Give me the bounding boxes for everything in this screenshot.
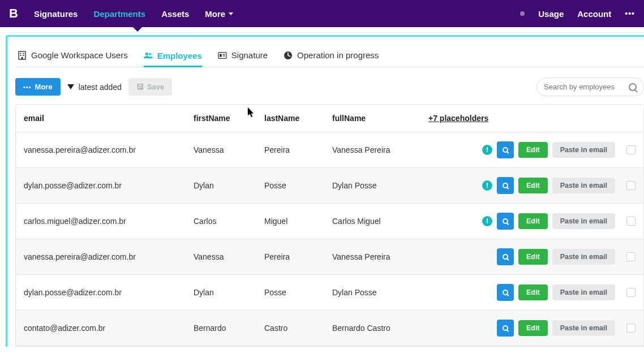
magnify-icon (503, 147, 508, 153)
inspect-button[interactable] (497, 213, 514, 230)
row-checkbox[interactable] (626, 252, 636, 261)
svg-rect-1 (20, 53, 22, 54)
row-actions: EditPaste in email (497, 248, 636, 265)
cell-email: vanessa.pereira@adizer.com.br (24, 145, 194, 154)
cell-firstname: Carlos (194, 217, 264, 226)
row-checkbox[interactable] (626, 288, 636, 297)
paste-email-button[interactable]: Paste in email (552, 142, 615, 158)
tab-signature[interactable]: Signature (218, 50, 268, 61)
magnify-icon (503, 183, 508, 188)
inspect-button[interactable] (497, 177, 514, 194)
search-input[interactable] (544, 83, 624, 91)
cell-email: contato@adizer.com.br (24, 324, 194, 333)
paste-email-button[interactable]: Paste in email (552, 320, 615, 336)
row-actions: !EditPaste in email (482, 213, 636, 230)
nav-departments[interactable]: Departments (93, 9, 145, 19)
sort-filter[interactable]: latest added (67, 83, 122, 92)
nav-right: Usage Account ••• (520, 9, 635, 19)
save-button-label: Save (147, 83, 164, 91)
tab-google-workspace-label: Google Workspace Users (31, 50, 128, 60)
edit-button[interactable]: Edit (518, 249, 548, 265)
nav-usage[interactable]: Usage (538, 9, 564, 19)
clock-icon (284, 51, 293, 60)
nav-more[interactable]: More (205, 9, 233, 19)
tab-google-workspace[interactable]: Google Workspace Users (18, 50, 128, 61)
cell-fullname: Vanessa Pereira (332, 252, 428, 261)
col-header-firstname[interactable]: firstName (194, 114, 264, 123)
cell-firstname: Vanessa (194, 145, 264, 154)
status-dot-icon (520, 11, 525, 16)
svg-rect-3 (20, 55, 22, 56)
paste-email-button[interactable]: Paste in email (552, 213, 615, 229)
svg-rect-2 (23, 53, 24, 54)
warning-icon[interactable]: ! (482, 180, 492, 191)
edit-button[interactable]: Edit (518, 285, 548, 300)
cell-lastname: Miguel (264, 217, 332, 226)
card-icon (218, 51, 227, 60)
inspect-button[interactable] (497, 320, 514, 337)
save-icon (136, 83, 144, 91)
cell-firstname: Dylan (194, 288, 264, 297)
magnify-icon (503, 325, 508, 331)
magnify-icon (503, 290, 508, 295)
magnify-icon (503, 218, 508, 224)
nav-assets[interactable]: Assets (161, 9, 189, 19)
col-header-email[interactable]: email (24, 114, 194, 123)
tab-operation-label: Operation in progress (297, 50, 379, 60)
edit-button[interactable]: Edit (518, 320, 548, 336)
col-header-lastname[interactable]: lastName (264, 114, 332, 123)
row-actions: EditPaste in email (497, 284, 636, 301)
cell-email: vanessa.pereira@adizer.com.br (24, 252, 194, 261)
table-row: vanessa.pereira@adizer.com.brVanessaPere… (16, 132, 643, 168)
paste-email-button[interactable]: Paste in email (552, 285, 615, 300)
magnify-icon (503, 254, 508, 260)
inspect-button[interactable] (497, 141, 514, 158)
edit-button[interactable]: Edit (518, 213, 548, 229)
table-row: carlos.miguel@adizer.com.brCarlosMiguelC… (16, 204, 643, 239)
svg-point-6 (145, 53, 148, 55)
users-icon (144, 51, 153, 60)
svg-rect-4 (23, 55, 24, 56)
cell-lastname: Pereira (264, 145, 332, 154)
warning-icon[interactable]: ! (482, 145, 492, 155)
row-checkbox[interactable] (626, 181, 636, 190)
row-checkbox[interactable] (626, 217, 636, 226)
subtabs: Google Workspace Users Employees Signatu… (15, 50, 644, 67)
row-checkbox[interactable] (626, 145, 636, 154)
paste-email-button[interactable]: Paste in email (552, 178, 615, 193)
cell-lastname: Posse (264, 288, 332, 297)
cell-fullname: Dylan Posse (332, 288, 428, 297)
inspect-button[interactable] (497, 284, 514, 301)
tab-employees[interactable]: Employees (144, 50, 202, 67)
col-header-fullname[interactable]: fullName (332, 114, 428, 123)
page-container: Google Workspace Users Employees Signatu… (6, 35, 644, 347)
cell-email: dylan.posse@adizer.com.br (24, 288, 194, 297)
cell-firstname: Vanessa (194, 252, 264, 261)
top-navbar: B Signatures Departments Assets More Usa… (0, 0, 644, 27)
tab-employees-label: Employees (157, 51, 202, 61)
cell-firstname: Dylan (194, 181, 264, 190)
nav-overflow-menu[interactable]: ••• (625, 9, 635, 18)
tab-operation[interactable]: Operation in progress (284, 50, 379, 61)
search-icon (629, 83, 637, 91)
more-button[interactable]: ••• More (15, 78, 61, 96)
svg-point-7 (149, 53, 151, 55)
warning-icon[interactable]: ! (482, 216, 492, 226)
toolbar: ••• More latest added Save (15, 77, 644, 96)
paste-email-button[interactable]: Paste in email (552, 249, 615, 265)
inspect-button[interactable] (497, 248, 514, 265)
row-actions: !EditPaste in email (482, 141, 636, 158)
edit-button[interactable]: Edit (518, 142, 548, 158)
cell-firstname: Bernardo (194, 324, 264, 333)
edit-button[interactable]: Edit (518, 178, 548, 193)
col-header-placeholders[interactable]: +7 placeholders (428, 114, 636, 123)
caret-down-icon (229, 12, 233, 15)
filter-icon (67, 84, 74, 89)
table-row: dylan.posse@adizer.com.brDylanPosseDylan… (16, 275, 643, 311)
search-field[interactable] (536, 77, 644, 96)
table-row: dylan.posse@adizer.com.brDylanPosseDylan… (16, 168, 643, 204)
nav-signatures[interactable]: Signatures (34, 9, 78, 19)
row-checkbox[interactable] (626, 324, 636, 333)
nav-account[interactable]: Account (577, 9, 611, 19)
table-header: email firstName lastName fullName +7 pla… (16, 105, 643, 132)
